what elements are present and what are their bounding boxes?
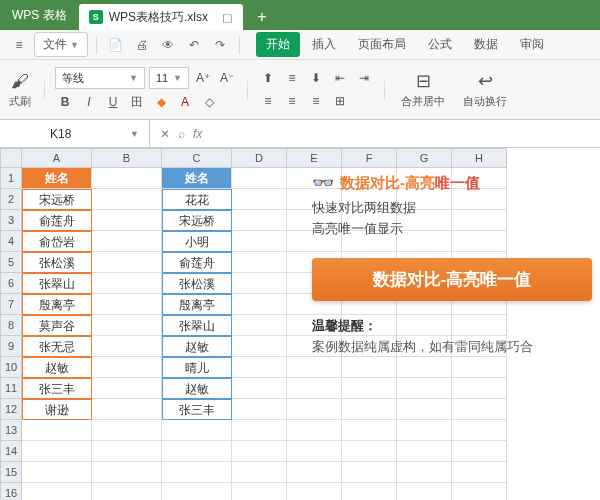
row-header[interactable]: 9 [0,336,22,357]
row-header[interactable]: 14 [0,441,22,462]
row-header[interactable]: 1 [0,168,22,189]
cell[interactable] [232,273,287,294]
cell[interactable]: 姓名 [162,168,232,189]
cell[interactable] [342,420,397,441]
align-middle-icon[interactable]: ≡ [282,68,302,88]
cell[interactable] [397,420,452,441]
search-icon[interactable]: ⌕ [178,127,185,141]
cell[interactable] [22,462,92,483]
cell[interactable]: 张翠山 [22,273,92,294]
cells[interactable]: 👓 数据对比-高亮唯一值 快速对比两组数据 高亮唯一值显示 数据对比-高亮唯一值… [22,168,600,500]
cell[interactable] [232,462,287,483]
hamburger-icon[interactable]: ≡ [8,34,30,56]
tab-insert[interactable]: 插入 [302,32,346,57]
cell[interactable] [92,378,162,399]
row-header[interactable]: 3 [0,210,22,231]
cell[interactable]: 殷离亭 [22,294,92,315]
column-header[interactable]: H [452,148,507,168]
cell[interactable]: 张无忌 [22,336,92,357]
cell[interactable] [232,315,287,336]
file-menu[interactable]: 文件▼ [34,32,88,57]
save-icon[interactable]: 📄 [105,34,127,56]
cell[interactable] [92,273,162,294]
format-painter[interactable]: 🖌 式刷 [6,71,34,109]
indent-left-icon[interactable]: ⇤ [330,68,350,88]
cell[interactable] [92,441,162,462]
cell[interactable] [232,231,287,252]
cell[interactable] [342,483,397,500]
cell-reference[interactable]: K18▼ [40,120,150,147]
cell[interactable] [287,441,342,462]
cell[interactable] [232,189,287,210]
cell[interactable] [22,441,92,462]
font-selector[interactable]: 等线▼ [55,67,145,89]
cell[interactable] [397,483,452,500]
cell[interactable] [287,462,342,483]
document-tab[interactable]: S WPS表格技巧.xlsx ◻ [79,4,243,30]
row-header[interactable]: 7 [0,294,22,315]
cell[interactable] [452,399,507,420]
row-header[interactable]: 2 [0,189,22,210]
font-size-selector[interactable]: 11▼ [149,67,189,89]
tab-review[interactable]: 审阅 [510,32,554,57]
new-tab-button[interactable]: + [247,4,277,30]
cell[interactable] [452,420,507,441]
cell[interactable]: 晴儿 [162,357,232,378]
cancel-icon[interactable]: ✕ [160,127,170,141]
align-top-icon[interactable]: ⬆ [258,68,278,88]
row-header[interactable]: 15 [0,462,22,483]
cell[interactable] [232,294,287,315]
cell[interactable] [232,441,287,462]
row-header[interactable]: 11 [0,378,22,399]
row-header[interactable]: 12 [0,399,22,420]
cell[interactable]: 张三丰 [162,399,232,420]
cell[interactable] [92,294,162,315]
row-header[interactable]: 8 [0,315,22,336]
select-all-corner[interactable] [0,148,22,168]
font-color-button[interactable]: A [175,92,195,112]
cell[interactable] [92,189,162,210]
merge-center-button[interactable]: ⊟ 合并居中 [395,68,451,111]
cell[interactable]: 张松溪 [162,273,232,294]
cell[interactable]: 张三丰 [22,378,92,399]
cell[interactable]: 小明 [162,231,232,252]
cell[interactable] [232,399,287,420]
cell[interactable] [232,336,287,357]
cell[interactable] [92,168,162,189]
fill-color-button[interactable]: ◆ [151,92,171,112]
cell[interactable] [162,420,232,441]
cell[interactable] [92,357,162,378]
cell[interactable] [287,420,342,441]
row-header[interactable]: 6 [0,273,22,294]
cell[interactable]: 宋远桥 [22,189,92,210]
cell[interactable] [342,462,397,483]
cell[interactable] [452,357,507,378]
tab-data[interactable]: 数据 [464,32,508,57]
cell[interactable] [92,210,162,231]
cell[interactable] [452,378,507,399]
cell[interactable] [162,462,232,483]
row-header[interactable]: 5 [0,252,22,273]
cell[interactable]: 花花 [162,189,232,210]
cell[interactable]: 莫声谷 [22,315,92,336]
cell[interactable] [92,336,162,357]
cell[interactable]: 赵敏 [162,378,232,399]
cell[interactable] [287,483,342,500]
cell[interactable] [287,399,342,420]
cell[interactable] [452,441,507,462]
cell[interactable] [397,441,452,462]
undo-icon[interactable]: ↶ [183,34,205,56]
preview-icon[interactable]: 👁 [157,34,179,56]
cell[interactable] [92,252,162,273]
tab-layout[interactable]: 页面布局 [348,32,416,57]
cell[interactable] [397,462,452,483]
cell[interactable] [232,168,287,189]
cell[interactable] [232,357,287,378]
cell[interactable] [342,399,397,420]
redo-icon[interactable]: ↷ [209,34,231,56]
row-header[interactable]: 4 [0,231,22,252]
cell[interactable] [22,420,92,441]
increase-font-icon[interactable]: A⁺ [193,68,213,88]
align-right-icon[interactable]: ≡ [306,91,326,111]
cell[interactable]: 张松溪 [22,252,92,273]
